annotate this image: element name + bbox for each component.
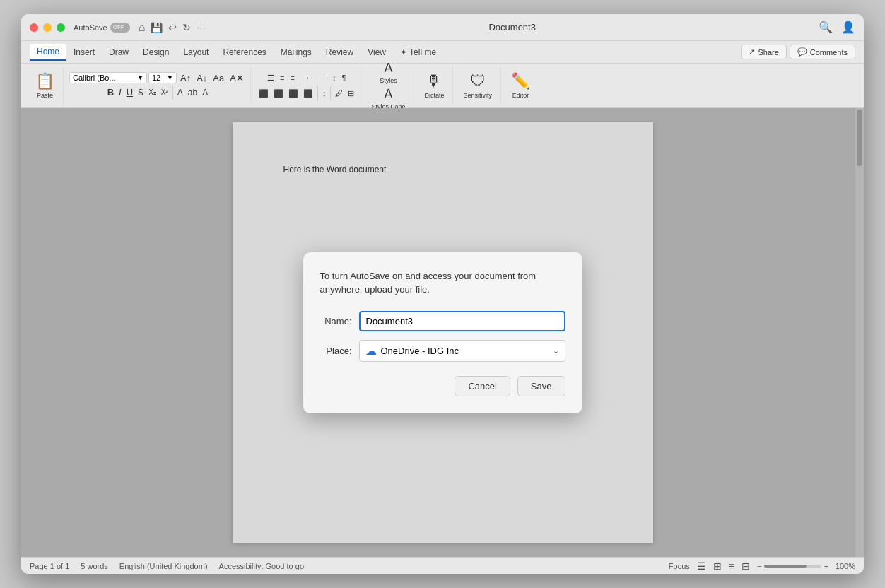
minimize-button[interactable] bbox=[43, 23, 52, 32]
zoom-level: 100% bbox=[836, 562, 855, 570]
border-button[interactable]: ⊞ bbox=[346, 88, 356, 99]
search-icon[interactable]: 🔍 bbox=[819, 20, 833, 34]
columns-icon[interactable]: ⊟ bbox=[742, 560, 750, 572]
show-formatting-button[interactable]: ¶ bbox=[339, 73, 348, 83]
page-info: Page 1 of 1 bbox=[30, 562, 69, 570]
place-select[interactable]: ☁ OneDrive - IDG Inc ⌄ bbox=[359, 340, 565, 362]
status-bar: Page 1 of 1 5 words English (United King… bbox=[21, 557, 864, 574]
increase-font-button[interactable]: A↑ bbox=[178, 72, 193, 84]
font-formatting-row: B I U S̶ X₂ X² A ab A bbox=[105, 86, 210, 100]
autosave-toggle[interactable]: OFF bbox=[110, 23, 130, 33]
outline-icon[interactable]: ≡ bbox=[729, 560, 734, 572]
sensitivity-icon: 🛡 bbox=[470, 72, 486, 90]
tab-insert[interactable]: Insert bbox=[66, 45, 102, 60]
decrease-font-button[interactable]: A↓ bbox=[194, 72, 209, 84]
highlight-button[interactable]: ab bbox=[186, 87, 199, 98]
font-dropdown-icon[interactable]: ▼ bbox=[137, 74, 143, 81]
word-count: 5 words bbox=[81, 562, 108, 570]
ribbon-group-sensitivity: 🛡 Sensitivity bbox=[455, 66, 501, 105]
undo-icon[interactable]: ↩ bbox=[168, 22, 177, 33]
sensitivity-button[interactable]: 🛡 Sensitivity bbox=[459, 71, 496, 100]
title-bar-right: 🔍 👤 bbox=[819, 20, 855, 34]
close-button[interactable] bbox=[30, 23, 38, 32]
sort-button[interactable]: ↕ bbox=[330, 73, 339, 83]
autosave-label: AutoSave bbox=[74, 23, 107, 32]
bullets-button[interactable]: ☰ bbox=[265, 73, 276, 83]
decrease-indent-button[interactable]: ← bbox=[303, 73, 315, 83]
paragraph-controls-top: ☰ ≡ ≡ ← → ↕ ¶ bbox=[265, 71, 348, 85]
zoom-slider[interactable] bbox=[764, 565, 821, 568]
dictate-button[interactable]: 🎙 Dictate bbox=[420, 71, 448, 100]
cancel-button[interactable]: Cancel bbox=[455, 376, 510, 396]
zoom-plus-icon[interactable]: + bbox=[824, 562, 828, 570]
dictate-label: Dictate bbox=[424, 92, 444, 99]
tab-draw[interactable]: Draw bbox=[102, 45, 136, 60]
increase-indent-button[interactable]: → bbox=[317, 73, 329, 83]
save-button[interactable]: Save bbox=[517, 376, 565, 396]
focus-label[interactable]: Focus bbox=[669, 562, 690, 570]
fullscreen-button[interactable] bbox=[57, 23, 65, 32]
tab-review[interactable]: Review bbox=[319, 45, 361, 60]
numbering-button[interactable]: ≡ bbox=[278, 73, 286, 83]
italic-button[interactable]: I bbox=[117, 86, 124, 98]
bold-button[interactable]: B bbox=[105, 86, 116, 98]
tab-layout[interactable]: Layout bbox=[176, 45, 216, 60]
align-right-button[interactable]: ⬛ bbox=[286, 88, 300, 99]
tab-home[interactable]: Home bbox=[30, 44, 66, 61]
line-spacing-button[interactable]: ↕ bbox=[320, 88, 329, 98]
font-family-selector[interactable]: Calibri (Bo... ▼ bbox=[69, 72, 147, 83]
align-left-button[interactable]: ⬛ bbox=[257, 88, 271, 99]
styles-button[interactable]: A Styles bbox=[375, 59, 402, 86]
tab-references[interactable]: References bbox=[216, 45, 273, 60]
language: English (United Kingdom) bbox=[119, 562, 208, 570]
more-icon[interactable]: ··· bbox=[197, 23, 206, 33]
comments-icon: 💬 bbox=[797, 47, 807, 57]
redo-icon[interactable]: ↻ bbox=[182, 22, 191, 33]
share-button[interactable]: ↗ Share bbox=[741, 45, 786, 59]
superscript-button[interactable]: X² bbox=[159, 88, 170, 97]
paste-button[interactable]: 📋 Paste bbox=[31, 71, 59, 100]
font-color-button[interactable]: A bbox=[175, 87, 185, 98]
font-size-dropdown-icon[interactable]: ▼ bbox=[167, 74, 173, 81]
clear-formatting-button[interactable]: A✕ bbox=[228, 72, 246, 84]
justify-button[interactable]: ⬛ bbox=[301, 88, 315, 99]
onedrive-option: ☁ OneDrive - IDG Inc bbox=[365, 344, 459, 358]
modal-message: To turn AutoSave on and access your docu… bbox=[320, 269, 565, 297]
cloud-icon: ☁ bbox=[365, 344, 377, 358]
name-input[interactable] bbox=[359, 311, 565, 331]
multilevel-list-button[interactable]: ≡ bbox=[288, 73, 296, 83]
ribbon-group-font: Calibri (Bo... ▼ 12 ▼ A↑ A↓ Aa A✕ B I U bbox=[65, 66, 251, 105]
traffic-lights bbox=[30, 23, 65, 32]
window-title: Document3 bbox=[206, 22, 819, 33]
shading-button[interactable]: 🖊 bbox=[333, 88, 345, 98]
editor-button[interactable]: ✏️ Editor bbox=[507, 71, 534, 100]
font-size-selector[interactable]: 12 ▼ bbox=[148, 72, 177, 83]
zoom-fill bbox=[764, 565, 807, 568]
ribbon-group-styles: A Styles Ā Styles Pane bbox=[363, 66, 414, 105]
tab-view[interactable]: View bbox=[361, 45, 393, 60]
text-color-button[interactable]: A bbox=[200, 87, 210, 98]
home-icon[interactable]: ⌂ bbox=[139, 21, 146, 34]
subscript-button[interactable]: X₂ bbox=[146, 88, 158, 97]
tab-tellme[interactable]: ✦ Tell me bbox=[393, 45, 443, 60]
titlebar-toolbar-icons: ⌂ 💾 ↩ ↻ ··· bbox=[139, 21, 206, 34]
autosave-dialog: To turn AutoSave on and access your docu… bbox=[303, 252, 582, 413]
view-icon-2[interactable]: ⊞ bbox=[713, 560, 722, 572]
styles-label: Styles bbox=[380, 77, 397, 84]
modal-buttons: Cancel Save bbox=[320, 376, 565, 396]
place-dropdown-icon[interactable]: ⌄ bbox=[553, 346, 559, 355]
zoom-minus-icon[interactable]: − bbox=[757, 562, 761, 570]
tab-design[interactable]: Design bbox=[136, 45, 176, 60]
accessibility-info: Accessibility: Good to go bbox=[219, 562, 304, 570]
view-icon-1[interactable]: ☰ bbox=[697, 560, 706, 572]
share-profile-icon[interactable]: 👤 bbox=[841, 20, 855, 34]
tab-mailings[interactable]: Mailings bbox=[274, 45, 319, 60]
align-center-button[interactable]: ⬛ bbox=[271, 88, 286, 99]
save-icon[interactable]: 💾 bbox=[151, 22, 163, 33]
alignment-row: ⬛ ⬛ ⬛ ⬛ ↕ 🖊 ⊞ bbox=[257, 86, 357, 100]
styles-pane-icon: Ā bbox=[384, 87, 392, 102]
change-case-button[interactable]: Aa bbox=[211, 72, 226, 84]
comments-button[interactable]: 💬 Comments bbox=[790, 45, 855, 59]
strikethrough-button[interactable]: S̶ bbox=[136, 86, 146, 98]
underline-button[interactable]: U bbox=[124, 86, 135, 98]
